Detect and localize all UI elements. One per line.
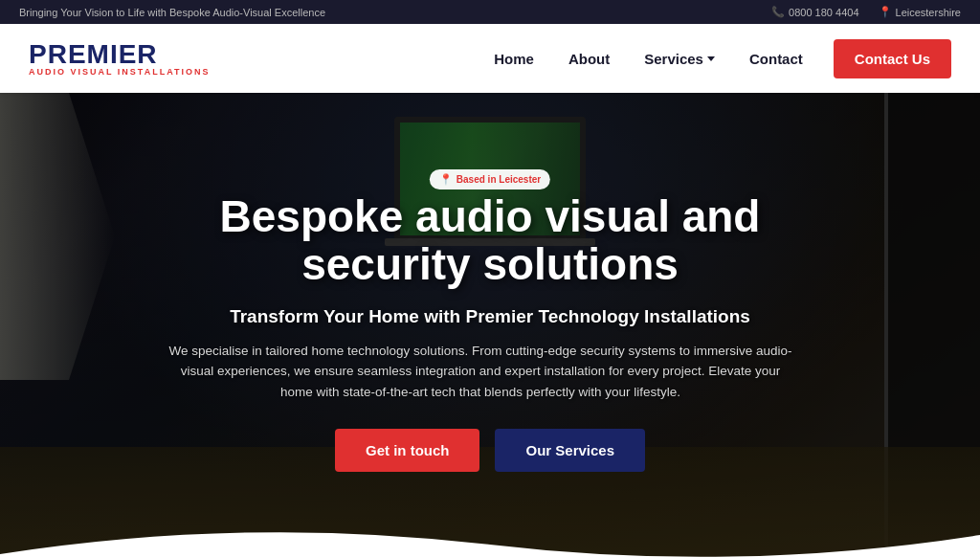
nav-about[interactable]: About — [555, 43, 623, 75]
logo-sub-text: AUDIO VISUAL INSTALLATIONS — [29, 68, 211, 77]
nav-services[interactable]: Services — [631, 43, 728, 75]
contact-us-button[interactable]: Contact Us — [834, 39, 951, 78]
location-pin-icon: 📍 — [439, 173, 453, 186]
location-badge: 📍 Based in Leicester — [430, 169, 550, 189]
logo[interactable]: PREMIER AUDIO VISUAL INSTALLATIONS — [29, 41, 211, 77]
wave-decoration — [0, 516, 980, 557]
chevron-down-icon — [707, 56, 715, 61]
top-bar: Bringing Your Vision to Life with Bespok… — [0, 0, 980, 24]
logo-premier-text: PREMIER — [29, 41, 211, 68]
hero-subtitle: Transform Your Home with Premier Technol… — [165, 306, 815, 327]
nav-contact[interactable]: Contact — [736, 43, 816, 75]
location-icon: 📍 — [879, 6, 892, 18]
tagline: Bringing Your Vision to Life with Bespok… — [19, 7, 325, 18]
location-info: 📍 Leicestershire — [879, 6, 961, 18]
hero-content: Bespoke audio visual and security soluti… — [145, 192, 835, 473]
phone-icon: 📞 — [771, 6, 785, 18]
nav-home[interactable]: Home — [480, 43, 547, 75]
hero-title: Bespoke audio visual and security soluti… — [165, 192, 815, 289]
hero-section: 📍 Based in Leicester Bespoke audio visua… — [0, 93, 980, 557]
hero-description: We specialise in tailored home technolog… — [165, 341, 796, 403]
phone-number: 📞 0800 180 4404 — [771, 6, 858, 18]
top-bar-right: 📞 0800 180 4404 📍 Leicestershire — [771, 6, 961, 18]
get-in-touch-button[interactable]: Get in touch — [335, 429, 480, 472]
hero-buttons: Get in touch Our Services — [165, 429, 815, 472]
our-services-button[interactable]: Our Services — [495, 429, 645, 472]
main-nav: Home About Services Contact Contact Us — [480, 39, 951, 78]
header: PREMIER AUDIO VISUAL INSTALLATIONS Home … — [0, 24, 980, 93]
